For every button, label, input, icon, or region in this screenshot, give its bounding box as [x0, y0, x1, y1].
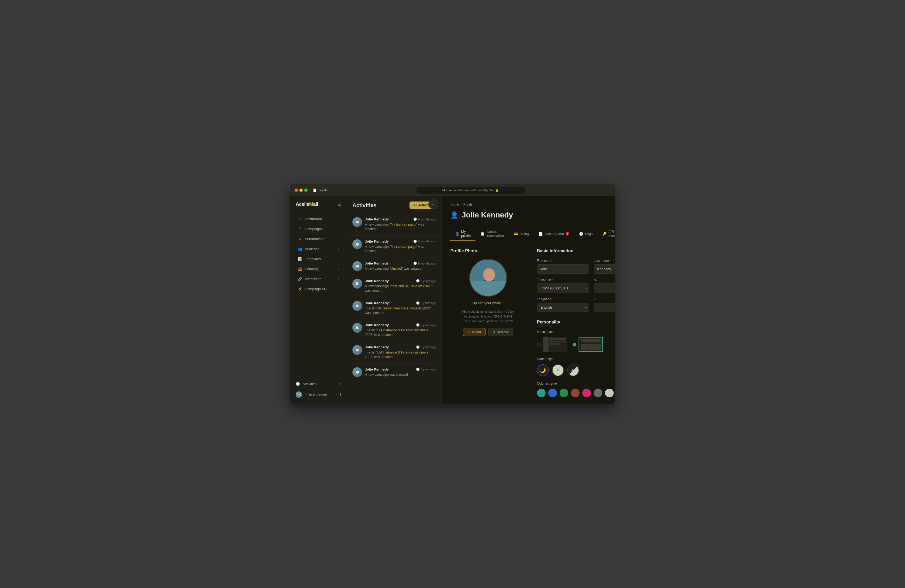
- activity-user-name: Jolie Kennedy: [365, 345, 389, 349]
- activity-link[interactable]: "DB Insurance & Finance customers 2022": [365, 351, 429, 359]
- back-arrow-icon: ←: [431, 202, 435, 207]
- dark-light-label: Dark / Light: [537, 357, 615, 361]
- tab-subscription[interactable]: 📄 Subscription 1: [533, 229, 574, 239]
- timezone-row: Timezone * (GMT+00:00) UTC ▾: [537, 278, 615, 293]
- activities-panel-header-area: Activities All activities ←: [347, 196, 441, 213]
- activity-time: 🕐 2 years ago: [416, 301, 436, 305]
- activities-title: Activities: [352, 202, 376, 208]
- activities-panel: Activities All activities ← JK Jolie Ken…: [347, 196, 442, 404]
- minimize-button[interactable]: [299, 189, 303, 192]
- activity-time: 🕐 2 years ago: [416, 367, 436, 371]
- menu-toggle-icon[interactable]: ☰: [338, 202, 341, 207]
- avatar: JK: [352, 367, 362, 377]
- main-content: Home › Profile 👤 Jolie Kennedy 👤 My prof…: [442, 196, 615, 404]
- required-indicator: *: [553, 259, 554, 263]
- address-bar[interactable]: M demo.acellemail.com/account/profile 🔒: [416, 187, 525, 194]
- campaigns-icon: ✈: [298, 227, 302, 231]
- close-button[interactable]: [295, 189, 298, 192]
- language-select[interactable]: English: [537, 303, 589, 312]
- content-area-2: [579, 337, 602, 351]
- right-column: Basic information First name *: [537, 249, 615, 397]
- subscription-badge: 1: [565, 232, 569, 235]
- sidebar-item-user[interactable]: JK Jolie Kennedy › ℹ: [290, 389, 347, 400]
- first-name-input[interactable]: [537, 264, 589, 274]
- required-indicator: *: [552, 278, 553, 282]
- avatar-image: JK: [352, 345, 362, 355]
- user-name-label: Jolie Kennedy: [305, 393, 327, 397]
- color-pink[interactable]: [582, 389, 591, 397]
- maximize-button[interactable]: [304, 189, 308, 192]
- sidebar-bottom: 🕐 Activities ↗ JK Jolie Kennedy › ℹ: [290, 376, 347, 404]
- theme-dark-option[interactable]: 🌙: [537, 364, 549, 376]
- color-blue[interactable]: [548, 389, 557, 397]
- remove-button[interactable]: ⊠ Remove: [488, 328, 514, 336]
- traffic-lights: [295, 189, 308, 192]
- sidebar-item-activities[interactable]: 🕐 Activities ↗: [290, 379, 347, 389]
- avatar: JK: [352, 239, 362, 249]
- tab-logs[interactable]: 🕐 Logs: [574, 229, 597, 239]
- language-select-wrapper: English ▾: [537, 303, 589, 312]
- sidebar-item-dashboard[interactable]: ⌂ Dashboard: [292, 214, 345, 224]
- activity-time: 🕐 9 months ago: [413, 240, 436, 243]
- language-group: Language * English ▾: [537, 297, 589, 312]
- tab-api-token[interactable]: 🔑 API token: [597, 227, 615, 241]
- layout-option-2[interactable]: [573, 337, 603, 352]
- activity-name-row: Jolie Kennedy 🕐 2 years ago: [365, 323, 436, 327]
- sidebar-strip: [543, 337, 549, 351]
- profile-photo-title: Profile Photo: [450, 249, 526, 253]
- tab-label: Billing: [519, 232, 529, 236]
- language-label: Language *: [537, 297, 589, 301]
- back-button[interactable]: ←: [429, 199, 438, 209]
- activity-link[interactable]: "DB Insurance & Finance customers 2022": [365, 328, 429, 337]
- activity-description: A new campaign "Untitled" was created!: [365, 266, 436, 271]
- extra-label-2: C...: [594, 297, 615, 301]
- extra-input[interactable]: [594, 283, 615, 293]
- activity-content: Jolie Kennedy 🕐 9 months ago A new campa…: [365, 217, 436, 232]
- tab-contact-info[interactable]: 📋 Contact information: [475, 227, 508, 241]
- color-brown[interactable]: [571, 389, 580, 397]
- radio-button-2[interactable]: [573, 343, 576, 346]
- personality-title: Personality: [537, 320, 615, 324]
- activity-time: 🕐 2 years ago: [416, 279, 436, 283]
- activity-link[interactable]: "Year-end BIG sale off #2020": [389, 284, 432, 288]
- upload-button[interactable]: ↑ Upload: [463, 328, 486, 336]
- breadcrumb-home[interactable]: Home: [450, 203, 459, 207]
- avatar-image: JK: [352, 323, 362, 333]
- tab-label: Logs: [585, 232, 592, 236]
- api-token-icon: 🔑: [602, 232, 607, 236]
- list-item: JK Jolie Kennedy 🕐 9 months ago A new ca…: [350, 213, 438, 235]
- sidebar-item-audience[interactable]: 👥 Audience ›: [292, 244, 345, 254]
- layout-preview-inner-2: [579, 337, 602, 351]
- color-light-gray[interactable]: [605, 389, 614, 397]
- activity-user-name: Jolie Kennedy: [365, 279, 389, 283]
- theme-auto-option[interactable]: ◐: [567, 364, 579, 376]
- content-area: [549, 337, 567, 351]
- extra-input-2[interactable]: [594, 303, 615, 312]
- color-gray[interactable]: [594, 389, 602, 397]
- theme-light-option[interactable]: ☀: [552, 364, 564, 376]
- activity-link[interactable]: "McKesson healthcare contacts 2022": [376, 307, 431, 310]
- activity-content: Jolie Kennedy 🕐 2 years ago The list "DB…: [365, 323, 436, 337]
- activity-link[interactable]: "My test campaign": [389, 245, 418, 249]
- sidebar-item-campaigns[interactable]: ✈ Campaigns: [292, 224, 345, 234]
- sidebar-strip-2: [581, 344, 587, 350]
- sidebar-item-campaign-api[interactable]: ⚡ Campaign API: [292, 284, 345, 294]
- layout-option-1[interactable]: [537, 337, 567, 352]
- avatar-image: JK: [352, 301, 362, 311]
- timezone-select[interactable]: (GMT+00:00) UTC: [537, 283, 589, 293]
- sidebar-item-automations[interactable]: ⚙ Automations: [292, 234, 345, 244]
- tab-billing[interactable]: 💳 Billing: [509, 229, 534, 239]
- sidebar-item-integration[interactable]: 🔗 Integration ›: [292, 274, 345, 284]
- sidebar-item-sending[interactable]: 📤 Sending ›: [292, 264, 345, 274]
- list-item: JK Jolie Kennedy 🕐 2 years ago The list …: [350, 297, 438, 319]
- tab-my-profile[interactable]: 👤 My profile: [450, 227, 475, 241]
- activity-link[interactable]: "Untitled": [389, 267, 403, 270]
- sidebar-item-templates[interactable]: 📝 Templates: [292, 254, 345, 264]
- activity-link[interactable]: "My test campaign": [389, 222, 418, 226]
- color-teal[interactable]: [537, 389, 546, 397]
- profile-content: Profile Photo: [450, 249, 606, 397]
- last-name-input[interactable]: [594, 264, 615, 274]
- radio-button-1[interactable]: [537, 343, 541, 346]
- color-green[interactable]: [560, 389, 568, 397]
- instruction-line-3: The current max upload file size is 2M: [463, 319, 513, 323]
